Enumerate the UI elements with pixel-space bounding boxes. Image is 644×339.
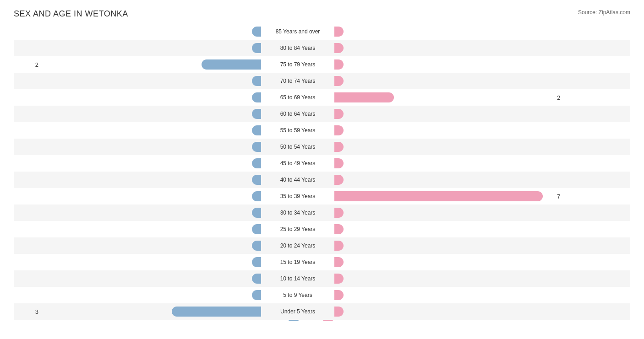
source-text: Source: ZipAtlas.com: [578, 9, 630, 16]
bar-row: 40 to 44 Years: [14, 172, 630, 188]
age-label: 25 to 29 Years: [261, 226, 334, 232]
left-bar-area: [41, 208, 261, 218]
left-bar-area: [41, 59, 261, 70]
bar-row: 85 Years and over: [14, 23, 630, 40]
right-bar-area: [334, 158, 554, 168]
age-label: 5 to 9 Years: [261, 292, 334, 298]
male-bar: [252, 175, 261, 185]
bar-row: 60 to 64 Years: [14, 106, 630, 122]
left-bar-area: [41, 109, 261, 119]
right-bar-area: [334, 257, 554, 267]
right-bar-area: [334, 43, 554, 53]
left-bar-area: [41, 274, 261, 284]
right-bar-area: [334, 241, 554, 251]
male-bar: [252, 208, 261, 218]
right-bar-area: [334, 142, 554, 152]
male-bar: [252, 109, 261, 119]
left-bar-area: [41, 175, 261, 185]
right-bar-area: [334, 224, 554, 234]
right-bar-area: [334, 125, 554, 135]
age-label: 75 to 79 Years: [261, 61, 334, 68]
bar-row: 55 to 59 Years: [14, 122, 630, 139]
male-bar: [252, 224, 261, 234]
female-bar: [334, 241, 344, 251]
bar-row: 70 to 74 Years: [14, 73, 630, 89]
female-bar: [334, 175, 344, 185]
left-bar-area: [41, 257, 261, 267]
age-label: 30 to 34 Years: [261, 210, 334, 216]
right-bar-area: [334, 307, 554, 317]
left-bar-area: [41, 92, 261, 102]
male-bar: [252, 191, 261, 201]
male-bar: [252, 241, 261, 251]
female-bar: [334, 142, 344, 152]
male-bar: [252, 92, 261, 102]
bar-row: 80 to 84 Years: [14, 40, 630, 56]
left-value: 2: [14, 61, 41, 68]
female-bar: [334, 125, 344, 135]
age-label: 50 to 54 Years: [261, 144, 334, 150]
right-bar-area: [334, 208, 554, 218]
age-label: 85 Years and over: [261, 28, 334, 35]
female-bar: [334, 59, 344, 70]
bar-row: 25 to 29 Years: [14, 221, 630, 237]
bar-row: 20 to 24 Years: [14, 237, 630, 254]
right-bar-area: [334, 109, 554, 119]
right-bar-area: [334, 92, 554, 102]
male-bar: [252, 274, 261, 284]
male-bar: [252, 27, 261, 37]
age-label: 35 to 39 Years: [261, 193, 334, 199]
female-bar: [334, 191, 543, 201]
female-bar: [334, 307, 344, 317]
age-label: Under 5 Years: [261, 308, 334, 315]
age-label: 15 to 19 Years: [261, 259, 334, 265]
right-bar-area: [334, 274, 554, 284]
female-bar: [334, 208, 344, 218]
right-value: 2: [554, 94, 582, 101]
right-value: 7: [554, 193, 582, 200]
bar-row: 45 to 49 Years: [14, 155, 630, 172]
male-bar: [252, 290, 261, 300]
right-bar-area: [334, 290, 554, 300]
female-bar: [334, 257, 344, 267]
age-label: 80 to 84 Years: [261, 45, 334, 51]
bar-row: 3 Under 5 Years: [14, 303, 630, 320]
bar-row: 50 to 54 Years: [14, 139, 630, 155]
age-label: 45 to 49 Years: [261, 160, 334, 167]
chart-title: SEX AND AGE IN WETONKA: [14, 9, 630, 19]
male-bar: [252, 158, 261, 168]
left-bar-area: [41, 290, 261, 300]
left-bar-area: [41, 27, 261, 37]
bar-row: 5 to 9 Years: [14, 287, 630, 303]
left-bar-area: [41, 125, 261, 135]
age-label: 10 to 14 Years: [261, 275, 334, 282]
right-bar-area: [334, 191, 554, 201]
right-bar-area: [334, 76, 554, 86]
male-bar: [252, 257, 261, 267]
female-bar: [334, 43, 344, 53]
left-bar-area: [41, 241, 261, 251]
female-bar: [334, 109, 344, 119]
female-bar: [334, 76, 344, 86]
bar-row: 15 to 19 Years: [14, 254, 630, 270]
left-bar-area: [41, 224, 261, 234]
left-bar-area: [41, 191, 261, 201]
female-bar: [334, 92, 394, 102]
male-bar: [252, 76, 261, 86]
age-label: 40 to 44 Years: [261, 177, 334, 183]
left-bar-area: [41, 76, 261, 86]
age-label: 60 to 64 Years: [261, 111, 334, 117]
female-bar: [334, 158, 344, 168]
left-bar-area: [41, 158, 261, 168]
age-label: 55 to 59 Years: [261, 127, 334, 134]
right-bar-area: [334, 175, 554, 185]
right-bar-area: [334, 59, 554, 70]
male-bar: [252, 142, 261, 152]
bar-row: 2 75 to 79 Years: [14, 56, 630, 73]
chart-area: 85 Years and over 80 to 84 Years 2 75 to…: [14, 23, 630, 312]
left-value: 3: [14, 308, 41, 315]
female-bar: [334, 274, 344, 284]
left-bar-area: [41, 142, 261, 152]
left-bar-area: [41, 43, 261, 53]
bar-row: 35 to 39 Years 7: [14, 188, 630, 204]
